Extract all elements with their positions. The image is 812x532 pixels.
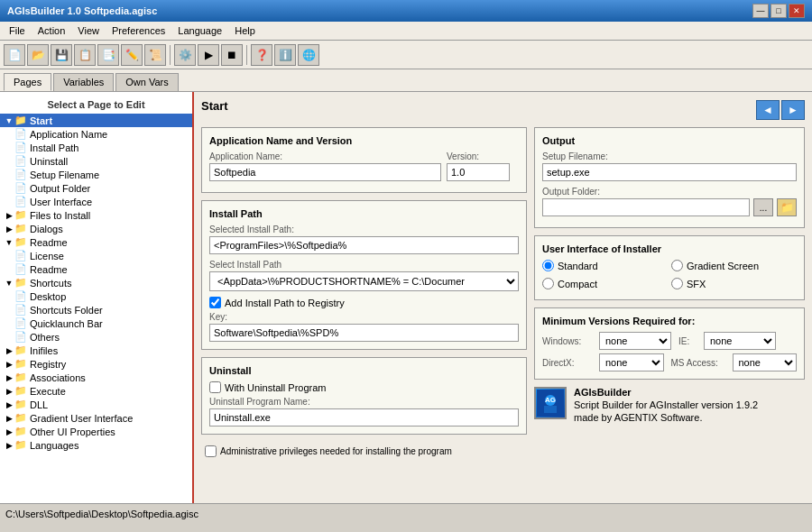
program-name-input[interactable] [209, 408, 519, 427]
registry-checkbox[interactable] [209, 297, 221, 308]
tree-item-readme[interactable]: ▼ 📁 Readme [0, 235, 192, 249]
tree-label-gradient-ui: Gradient User Interface [30, 413, 133, 424]
close-button[interactable]: ✕ [789, 4, 805, 18]
uninstall-section: Uninstall With Uninstall Program Uninsta… [201, 357, 527, 435]
tab-own-vars[interactable]: Own Vars [115, 73, 178, 91]
tree-item-gradient-ui[interactable]: ▶ 📁 Gradient User Interface [0, 411, 192, 425]
menu-action[interactable]: Action [32, 23, 71, 38]
toolbar-web[interactable]: 🌐 [298, 44, 319, 66]
tree-item-other-ui[interactable]: ▶ 📁 Other UI Properties [0, 425, 192, 438]
page-title: Start [201, 99, 228, 113]
tree-item-installpath[interactable]: 📄 Install Path [0, 141, 192, 154]
uninstall-section-title: Uninstall [209, 365, 519, 376]
admin-checkbox[interactable] [205, 445, 217, 457]
toolbar-info[interactable]: ℹ️ [274, 44, 296, 66]
tree-label-inifiles: Inifiles [30, 345, 58, 356]
tab-pages[interactable]: Pages [4, 73, 51, 91]
tree-label-start: Start [30, 115, 52, 126]
windows-select[interactable]: none [599, 332, 671, 350]
tree-item-userinterface[interactable]: 📄 User Interface [0, 195, 192, 208]
directx-select[interactable]: none [599, 353, 664, 371]
toolbar-copy[interactable]: 📑 [97, 44, 119, 66]
setup-filename-label: Setup Filename: [542, 151, 797, 161]
menu-language[interactable]: Language [172, 23, 227, 38]
toolbar-build[interactable]: ⚙️ [174, 44, 196, 66]
tree-item-uninstall[interactable]: 📄 Uninstall [0, 154, 192, 168]
tree-item-dll[interactable]: ▶ 📁 DLL [0, 398, 192, 411]
page-icon: 📄 [14, 142, 27, 153]
radio-gradient: Gradient Screen [671, 260, 797, 271]
output-folder-input[interactable] [542, 198, 750, 216]
setup-filename-input[interactable] [542, 163, 797, 181]
tree-label-outputfolder: Output Folder [30, 183, 90, 194]
uninstall-checkbox[interactable] [209, 381, 221, 393]
expand-icon: ▼ [4, 116, 14, 125]
tree-item-desktop[interactable]: 📄 Desktop [0, 289, 192, 303]
tree-item-languages[interactable]: ▶ 📁 Languages [0, 438, 192, 452]
radio-sfx-input[interactable] [671, 278, 683, 289]
tree-item-setupfilename[interactable]: 📄 Setup Filename [0, 168, 192, 181]
output-section-title: Output [542, 135, 797, 146]
uninstall-checkbox-row: With Uninstall Program [209, 381, 519, 393]
key-input[interactable] [209, 324, 519, 342]
minimize-button[interactable]: — [752, 4, 769, 18]
tree-item-license[interactable]: 📄 License [0, 249, 192, 262]
tree-item-dialogs[interactable]: ▶ 📁 Dialogs [0, 222, 192, 235]
nav-next-button[interactable]: ► [781, 100, 805, 120]
tree-item-filestoinstall[interactable]: ▶ 📁 Files to Install [0, 208, 192, 222]
nav-prev-button[interactable]: ◄ [756, 100, 780, 120]
toolbar-sep-2 [246, 45, 247, 65]
menu-preferences[interactable]: Preferences [106, 23, 171, 38]
left-col: Application Name and Version Application… [201, 127, 527, 464]
agis-made-by: made by AGENTIX Software. [574, 412, 758, 423]
toolbar-open[interactable]: 📂 [27, 44, 49, 66]
toolbar-new[interactable]: 📄 [4, 44, 25, 66]
tree-item-inifiles[interactable]: ▶ 📁 Inifiles [0, 344, 192, 357]
tree-item-registry[interactable]: ▶ 📁 Registry [0, 357, 192, 371]
toolbar-help[interactable]: ❓ [251, 44, 272, 66]
tree-item-others-shortcuts[interactable]: 📄 Others [0, 330, 192, 344]
select-installpath-dropdown[interactable]: <AppData>\%PRODUCTSHORTNAME% = C:\Docume… [209, 271, 519, 291]
menu-view[interactable]: View [72, 23, 105, 38]
menu-help[interactable]: Help [229, 23, 261, 38]
tree-item-appname[interactable]: 📄 Application Name [0, 127, 192, 141]
toolbar-script[interactable]: 📜 [144, 44, 166, 66]
toolbar-saveas[interactable]: 📋 [74, 44, 96, 66]
expand-icon: ▶ [4, 360, 14, 369]
toolbar-run[interactable]: ▶ [198, 44, 219, 66]
tree-item-shortcuts[interactable]: ▼ 📁 Shortcuts [0, 276, 192, 289]
page-icon: 📄 [14, 317, 27, 329]
agis-logo: AG [534, 387, 567, 419]
output-folder-row: ... 📁 [542, 198, 797, 216]
tree-label-others-shortcuts: Others [30, 332, 60, 343]
radio-gradient-input[interactable] [671, 260, 683, 271]
tree-item-execute[interactable]: ▶ 📁 Execute [0, 384, 192, 398]
tab-variables[interactable]: Variables [53, 73, 114, 91]
browse-button[interactable]: ... [753, 198, 773, 216]
menu-file[interactable]: File [4, 23, 31, 38]
tree-item-shortcuts-folder[interactable]: 📄 Shortcuts Folder [0, 303, 192, 316]
appname-input[interactable] [209, 163, 441, 181]
ie-select[interactable]: none [704, 332, 776, 350]
version-input[interactable] [447, 163, 510, 181]
folder-icon: 📁 [14, 412, 27, 424]
tree-item-start[interactable]: ▼ 📁 Start [0, 114, 192, 127]
tree-item-associations[interactable]: ▶ 📁 Associations [0, 371, 192, 384]
tree-item-outputfolder[interactable]: 📄 Output Folder [0, 181, 192, 195]
msaccess-label: MS Access: [671, 358, 725, 368]
msaccess-select[interactable]: none [733, 353, 798, 371]
folder-icon: 📁 [14, 223, 27, 234]
selected-installpath-input[interactable] [209, 236, 519, 254]
output-folder-label: Output Folder: [542, 187, 797, 197]
maximize-button[interactable]: □ [770, 4, 787, 18]
folder-browse-button[interactable]: 📁 [777, 198, 797, 216]
app-window: AGIsBuilder 1.0 Softpedia.agisc — □ ✕ Fi… [0, 0, 812, 532]
tree-item-quicklaunch[interactable]: 📄 Quicklaunch Bar [0, 316, 192, 330]
toolbar-edit[interactable]: ✏️ [121, 44, 143, 66]
toolbar-stop[interactable]: ⏹ [221, 44, 243, 66]
radio-compact-input[interactable] [542, 278, 554, 289]
radio-standard-input[interactable] [542, 260, 554, 271]
toolbar-save[interactable]: 💾 [51, 44, 72, 66]
tree-item-readme-page[interactable]: 📄 Readme [0, 262, 192, 276]
tree-label-desktop: Desktop [30, 291, 66, 302]
